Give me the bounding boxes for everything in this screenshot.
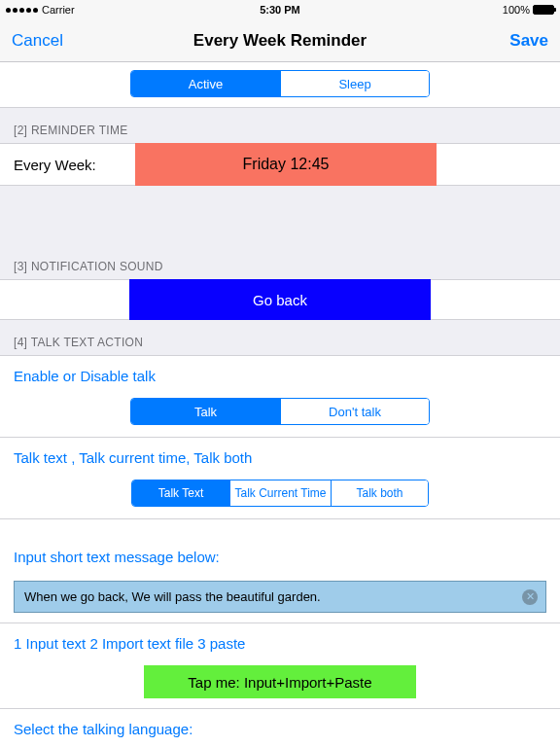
notification-sound-button[interactable]: Go back — [129, 279, 431, 320]
seg-talk-both[interactable]: Talk both — [331, 480, 428, 506]
status-time: 5:30 PM — [260, 4, 300, 16]
seg-talk-time[interactable]: Talk Current Time — [229, 480, 331, 506]
enable-talk-label: Enable or Disable talk — [0, 355, 560, 392]
clear-input-icon[interactable]: ✕ — [522, 589, 538, 605]
language-label: Select the talking language: — [0, 709, 560, 745]
talk-segmented[interactable]: Talk Don't talk — [130, 398, 430, 425]
save-button[interactable]: Save — [509, 31, 548, 51]
battery-percent: 100% — [503, 4, 530, 16]
section-talk-text: [4] TALK TEXT ACTION — [0, 320, 560, 355]
page-title: Every Week Reminder — [193, 31, 367, 51]
input-import-paste-button[interactable]: Tap me: Input+Import+Paste — [144, 665, 416, 698]
signal-icon — [6, 8, 38, 13]
cancel-button[interactable]: Cancel — [12, 31, 63, 51]
talk-text-input[interactable]: When we go back, We will pass the beauti… — [14, 581, 546, 613]
seg-sleep[interactable]: Sleep — [280, 71, 429, 96]
seg-talk-text[interactable]: Talk Text — [132, 480, 229, 506]
carrier-label: Carrier — [42, 4, 75, 16]
section-reminder-time: [2] REMINDER TIME — [0, 108, 560, 143]
talk-mode-segmented[interactable]: Talk Text Talk Current Time Talk both — [131, 480, 429, 507]
battery-icon — [533, 5, 554, 15]
seg-active[interactable]: Active — [131, 71, 280, 96]
input-message-label: Input short text message below: — [0, 543, 560, 573]
seg-dont-talk[interactable]: Don't talk — [280, 399, 429, 424]
seg-talk[interactable]: Talk — [131, 399, 280, 424]
talk-mode-label: Talk text , Talk current time, Talk both — [0, 438, 560, 474]
reminder-time-button[interactable]: Friday 12:45 — [135, 143, 437, 186]
status-bar: Carrier 5:30 PM 100% — [0, 0, 560, 19]
status-segmented[interactable]: Active Sleep — [130, 70, 430, 97]
nav-bar: Cancel Every Week Reminder Save — [0, 19, 560, 62]
every-week-label: Every Week: — [14, 157, 135, 173]
input-method-label: 1 Input text 2 Import text file 3 paste — [0, 623, 560, 659]
section-notification-sound: [3] NOTIFICATION SOUND — [0, 244, 560, 279]
